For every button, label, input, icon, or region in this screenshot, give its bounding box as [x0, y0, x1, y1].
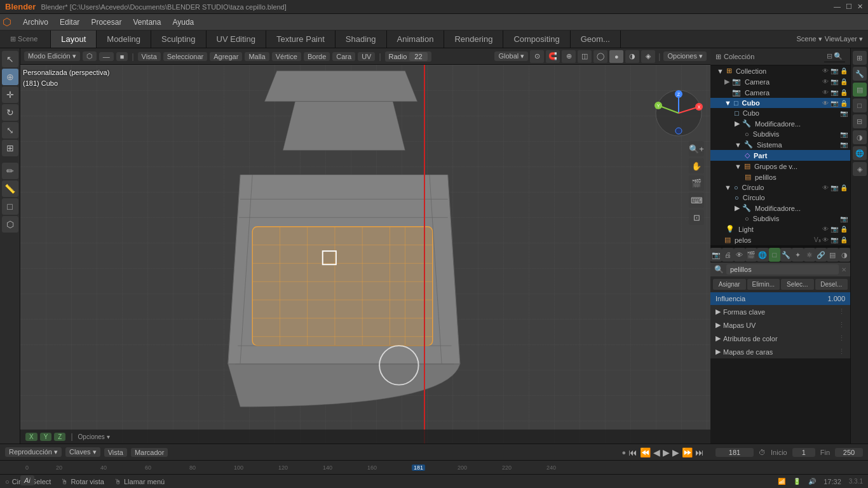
vertex-select-btn[interactable]: ⬡ [83, 51, 97, 61]
outliner-subdivis[interactable]: ○ Subdivis 📷 [710, 129, 850, 139]
outliner-cubo-mesh[interactable]: □ Cubo 📷 [710, 108, 850, 118]
view-layer-dropdown[interactable]: ViewLayer ▾ [825, 35, 863, 43]
props-material-btn[interactable]: ◑ [839, 248, 850, 262]
tl-next-frame-btn[interactable]: ⏩ [682, 447, 693, 458]
tab-animation[interactable]: Animation [387, 30, 445, 48]
maximize-button[interactable]: ☐ [846, 3, 852, 11]
xray-btn[interactable]: ◫ [578, 50, 592, 63]
tab-shading[interactable]: Shading [336, 30, 387, 48]
props-physics-btn[interactable]: ⚛ [804, 248, 815, 262]
tl-vista-btn[interactable]: Vista [104, 448, 127, 457]
add-btn[interactable]: Agregar [210, 52, 242, 61]
props-view-btn[interactable]: 👁 [734, 248, 745, 262]
props-modifier-btn[interactable]: 🔧 [780, 248, 792, 262]
atributos-color-section[interactable]: ▶ Atributos de color ⋮ [710, 332, 850, 345]
menu-archivo[interactable]: Archivo [18, 17, 53, 28]
tab-layout-main[interactable]: Layout [51, 30, 97, 48]
zoom-in-btn[interactable]: 🔍+ [689, 141, 704, 156]
outliner-grupos[interactable]: ▼ ▤ Grupos de v... [710, 161, 850, 172]
tab-modeling[interactable]: Modeling [97, 30, 151, 48]
tool-measure[interactable]: 📏 [2, 180, 18, 197]
frame-end-input[interactable] [835, 448, 863, 457]
outliner-modifier[interactable]: ▶ 🔧 Modificadore... [710, 118, 850, 129]
select-btn[interactable]: Seleccionar [163, 52, 207, 61]
vertex-btn[interactable]: Vértice [272, 52, 301, 61]
tool-cursor[interactable]: ⊕ [2, 69, 18, 85]
tl-reproduccion-btn[interactable]: Reproducción ▾ [5, 447, 62, 457]
render-shading-btn[interactable]: ◈ [641, 50, 655, 63]
menu-ventana[interactable]: Ventana [128, 17, 166, 28]
tab-geometry[interactable]: Geom... [571, 30, 621, 48]
props-render-btn[interactable]: 📷 [710, 248, 722, 262]
current-frame-input[interactable] [715, 448, 754, 457]
snapping-btn[interactable]: 🧲 [546, 50, 560, 63]
view-btn[interactable]: Vista [138, 52, 161, 61]
material-shading-btn[interactable]: ◑ [625, 50, 639, 63]
tl-play-btn[interactable]: ▶ [663, 447, 670, 458]
proportional-edit-btn[interactable]: ⊙ [530, 50, 544, 63]
tab-compositing[interactable]: Compositing [503, 30, 570, 48]
props-filter-btn[interactable]: ✕ [841, 266, 846, 273]
props-data-btn[interactable]: ▤ [827, 248, 838, 262]
tl-last-frame-btn[interactable]: ⏭ [695, 447, 704, 458]
outliner-cubo[interactable]: ▼ □ Cubo 👁 📷 🔒 [710, 98, 850, 108]
outliner-sistema[interactable]: ▼ 🔧 Sistema 📷 [710, 139, 850, 150]
outliner-collection[interactable]: ▼ ⊞ Collection 👁 📷 🔒 [710, 65, 850, 76]
tl-marcador-btn[interactable]: Marcador [131, 448, 168, 457]
viewport-mode-btn[interactable]: Modo Edición ▾ [24, 51, 80, 61]
outliner-pelillos[interactable]: ▤ pelillos [710, 172, 850, 182]
tab-uv-editing[interactable]: UV Editing [207, 30, 266, 48]
tl-claves-btn[interactable]: Claves ▾ [65, 447, 100, 457]
nav-widget[interactable]: 🔍+ ✋ 🎬 ⌨ ⊡ [689, 141, 704, 225]
props-particles-btn[interactable]: ✦ [792, 248, 803, 262]
uv-btn[interactable]: UV [358, 52, 375, 61]
tab-sculpting[interactable]: Sculpting [151, 30, 206, 48]
render-icon-btn[interactable]: ◑ [853, 130, 867, 144]
spreadsheet-icon-btn[interactable]: ⊟ [853, 114, 867, 128]
face-btn[interactable]: Cara [332, 52, 355, 61]
transform-global-btn[interactable]: Global ▾ [494, 51, 528, 61]
radio-value[interactable]: 22 [409, 52, 427, 61]
props-constraints-btn[interactable]: 🔗 [815, 248, 827, 262]
numpad-btn[interactable]: ⌨ [689, 193, 704, 208]
scene-selector[interactable]: ⊞ Scene [10, 35, 37, 43]
menu-editar[interactable]: Editar [55, 17, 85, 28]
tool-extrude[interactable]: ⬡ [2, 216, 18, 233]
selec-btn[interactable]: Selec... [781, 279, 814, 290]
formas-clave-section[interactable]: ▶ Formas clave ⋮ [710, 305, 850, 318]
mapas-caras-section[interactable]: ▶ Mapas de caras ⋮ [710, 345, 850, 358]
edge-btn[interactable]: Borde [304, 52, 330, 61]
options-btn[interactable]: Opciones ▾ [663, 51, 707, 61]
mapas-uv-section[interactable]: ▶ Mapas UV ⋮ [710, 318, 850, 332]
edge-select-btn[interactable]: — [99, 52, 114, 61]
outliner-modifier2[interactable]: ▶ 🔧 Modificadore... [710, 203, 850, 214]
outliner-camera-obj[interactable]: 📷 Camera 👁 📷 🔒 [710, 87, 850, 98]
outliner-camera-folder[interactable]: ▶ 📷 Camera 👁 📷 🔒 [710, 76, 850, 87]
props-output-btn[interactable]: 🖨 [722, 248, 733, 262]
tab-layout[interactable]: ⊞ Scene [0, 30, 51, 48]
outliner-subdivis2[interactable]: ○ Subdivis 📷 [710, 214, 850, 224]
filter-icon[interactable]: ⊟ [827, 52, 832, 60]
scene-dropdown[interactable]: Scene ▾ [797, 35, 822, 43]
tool-move[interactable]: ✛ [2, 86, 18, 103]
props-scene-btn[interactable]: 🎬 [745, 248, 757, 262]
search-icon[interactable]: 🔍 [834, 52, 843, 60]
pan-btn[interactable]: ✋ [689, 158, 704, 173]
window-controls[interactable]: — ☐ ✕ [834, 3, 863, 11]
mesh-btn[interactable]: Malla [245, 52, 269, 61]
material-icon-btn[interactable]: ◈ [853, 162, 867, 176]
close-button[interactable]: ✕ [857, 3, 863, 11]
tool-annotate[interactable]: ✏ [2, 163, 18, 179]
tab-texture-paint[interactable]: Texture Paint [266, 30, 336, 48]
tool-add-cube[interactable]: □ [2, 198, 18, 215]
outliner-circulo[interactable]: ▼ ○ Círculo 👁 📷 🔒 [710, 182, 850, 193]
tl-prev-key-btn[interactable]: ◀ [653, 447, 660, 458]
frame-start-input[interactable] [792, 448, 815, 457]
tool-transform[interactable]: ⊞ [2, 140, 18, 156]
outliner-circulo-mesh[interactable]: ○ Círculo [710, 193, 850, 203]
viewport-3d[interactable]: Modo Edición ▾ ⬡ — ■ | Vista Seleccionar… [20, 48, 710, 444]
influence-bar[interactable]: Influencia 1.000 [710, 292, 850, 305]
canvas-area[interactable]: Personalizada (perspectiva) (181) Cubo Z [20, 65, 710, 444]
tool-select[interactable]: ↖ [2, 51, 18, 67]
object-data-icon-btn[interactable]: ▤ [853, 83, 867, 97]
